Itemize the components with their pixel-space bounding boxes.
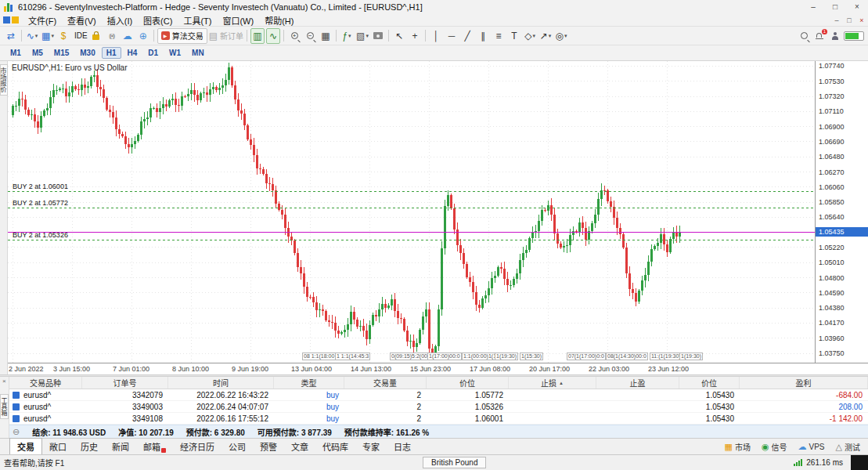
time-axis[interactable]: 2 Jun 20223 Jun 15:007 Jun 01:008 Jun 10…: [8, 363, 868, 374]
tab-codebase[interactable]: 代码库: [315, 439, 355, 454]
tab-articles[interactable]: 文章: [284, 439, 315, 454]
timeframe-h1[interactable]: H1: [102, 47, 121, 59]
quotes-icon[interactable]: $: [56, 28, 70, 44]
battery-indicator[interactable]: [844, 28, 864, 44]
indicators-icon[interactable]: ƒ▾: [340, 28, 354, 44]
timeframe-m5[interactable]: M5: [27, 47, 48, 59]
connect-icon[interactable]: ⇄: [4, 28, 18, 44]
cursor-icon[interactable]: ↖: [392, 28, 406, 44]
position-row[interactable]: eurusd^33420792022.06.22 16:43:22buy21.0…: [9, 389, 868, 401]
algo-trading-button[interactable]: ▶算法交易: [157, 28, 207, 44]
minimize-button[interactable]: –: [802, 0, 824, 14]
tab-exposure[interactable]: 敞口: [42, 439, 74, 454]
timeframe-w1[interactable]: W1: [164, 47, 185, 59]
menu-window[interactable]: 窗口(W): [217, 14, 259, 27]
signal-icon[interactable]: ((•)): [105, 28, 119, 44]
zoom-out-button[interactable]: −: [303, 28, 317, 44]
unread-badge: [161, 448, 166, 453]
timeframe-h4[interactable]: H4: [123, 47, 142, 59]
menu-view[interactable]: 查看(V): [62, 14, 102, 27]
fibonacci-icon-glyph: ≡: [496, 31, 502, 41]
menu-tools[interactable]: 工具(T): [178, 14, 217, 27]
mdi-close-button[interactable]: ×: [855, 16, 868, 24]
metaeditor-button[interactable]: IDE: [72, 28, 88, 44]
candlestick-chart[interactable]: BUY 2 at 1.06001BUY 2 at 1.05772BUY 2 at…: [8, 61, 815, 363]
crosshair-icon[interactable]: +: [408, 28, 422, 44]
column-header-4[interactable]: 交易量: [344, 377, 427, 389]
close-button[interactable]: ×: [846, 0, 868, 14]
notifications-icon[interactable]: 1: [812, 28, 827, 44]
mdi-restore-button[interactable]: □: [843, 16, 855, 24]
search-icon[interactable]: [797, 28, 811, 44]
column-header-9[interactable]: 盈利: [740, 377, 868, 389]
util-tester[interactable]: △测试: [836, 441, 860, 453]
arrows-icon[interactable]: ↗▾: [538, 28, 553, 44]
price-axis-label: 1.03750: [819, 349, 845, 357]
menu-insert[interactable]: 插入(I): [102, 14, 138, 27]
objects-list-icon[interactable]: ▧▾: [355, 28, 369, 44]
timeframe-m15[interactable]: M15: [49, 47, 74, 59]
menu-charts[interactable]: 图表(C): [138, 14, 178, 27]
text-tool-icon[interactable]: T: [507, 28, 521, 44]
price-axis[interactable]: 1.077401.075301.073201.071101.069001.066…: [815, 61, 868, 363]
position-row[interactable]: eurusd^33491082022.06.16 17:55:12buy21.0…: [9, 413, 868, 425]
depth-of-market-icon-glyph: ▥: [253, 31, 261, 41]
column-header-5[interactable]: 价位: [427, 377, 509, 389]
timeframe-mn[interactable]: MN: [187, 47, 209, 59]
new-chart-icon[interactable]: ▦▾: [41, 28, 55, 44]
column-header-7[interactable]: 止盈: [596, 377, 679, 389]
timeframe-m1[interactable]: M1: [5, 47, 26, 59]
column-header-6[interactable]: 止损▲: [509, 377, 596, 389]
horizontal-line-icon[interactable]: ─: [445, 28, 459, 44]
tab-journal[interactable]: 日志: [387, 439, 418, 454]
price-axis-label: 1.07740: [819, 62, 845, 70]
tab-calendar[interactable]: 经济日历: [173, 439, 222, 454]
tab-trade[interactable]: 交易: [9, 438, 42, 455]
menu-file[interactable]: 文件(F): [23, 14, 62, 27]
channel-icon[interactable]: ∥: [476, 28, 490, 44]
tab-company[interactable]: 公司: [222, 439, 253, 454]
tab-mailbox[interactable]: 邮箱: [136, 439, 173, 454]
mdi-minimize-button[interactable]: –: [830, 16, 843, 24]
timeframe-m30[interactable]: M30: [75, 47, 99, 59]
util-market[interactable]: ▦市场: [725, 441, 751, 453]
column-header-8[interactable]: 价位: [679, 377, 740, 389]
chart[interactable]: BUY 2 at 1.06001BUY 2 at 1.05772BUY 2 at…: [8, 61, 815, 363]
graphic-objects-icon[interactable]: ◎▾: [554, 28, 568, 44]
timeframe-d1[interactable]: D1: [143, 47, 163, 59]
shapes-icon[interactable]: ◇▾: [523, 28, 537, 44]
maximize-button[interactable]: □: [824, 0, 846, 14]
column-header-1[interactable]: 订单号: [82, 377, 168, 389]
depth-of-market-icon[interactable]: ▥: [250, 28, 265, 44]
cloud-icon[interactable]: ☁: [121, 28, 135, 44]
chart-type-icon[interactable]: ∿▾: [25, 28, 39, 44]
time-axis-label: 2 Jun 2022: [9, 365, 44, 373]
toolbox-vtab[interactable]: 工具箱: [0, 394, 9, 419]
tab-experts[interactable]: 专家: [355, 439, 387, 454]
user-icon[interactable]: [828, 28, 842, 44]
column-header-2[interactable]: 时间: [168, 377, 274, 389]
column-header-3[interactable]: 类型: [274, 377, 344, 389]
toolbox-close-icon[interactable]: ×: [2, 378, 6, 385]
column-header-0[interactable]: 交易品种: [9, 377, 82, 389]
menu-help[interactable]: 帮助(H): [259, 14, 299, 27]
util-signals[interactable]: ◉信号: [762, 441, 787, 453]
lock-icon[interactable]: [89, 28, 103, 44]
zoom-in-button-glass: +: [291, 32, 298, 39]
trendline-icon[interactable]: ╱: [460, 28, 474, 44]
vertical-line-icon[interactable]: │: [429, 28, 443, 44]
price-axis-label: 1.04380: [819, 304, 845, 312]
fibonacci-icon[interactable]: ≡: [492, 28, 506, 44]
community-icon[interactable]: ⊕: [136, 28, 150, 44]
tab-news[interactable]: 新闻: [105, 439, 136, 454]
current-price-badge: 1.05435: [816, 227, 868, 237]
market-watch-vtab[interactable]: 市场报价: [0, 64, 8, 96]
position-row[interactable]: eurusd^33490032022.06.24 04:07:07buy21.0…: [9, 401, 868, 413]
tick-chart-icon[interactable]: ∿: [266, 28, 280, 44]
tab-history[interactable]: 历史: [74, 439, 105, 454]
tab-alerts[interactable]: 预警: [253, 439, 284, 454]
zoom-in-button[interactable]: +: [287, 28, 301, 44]
snapshot-icon[interactable]: [371, 28, 385, 44]
auto-scroll-icon[interactable]: ▦: [319, 28, 333, 44]
util-vps[interactable]: ☁VPS: [798, 442, 825, 452]
